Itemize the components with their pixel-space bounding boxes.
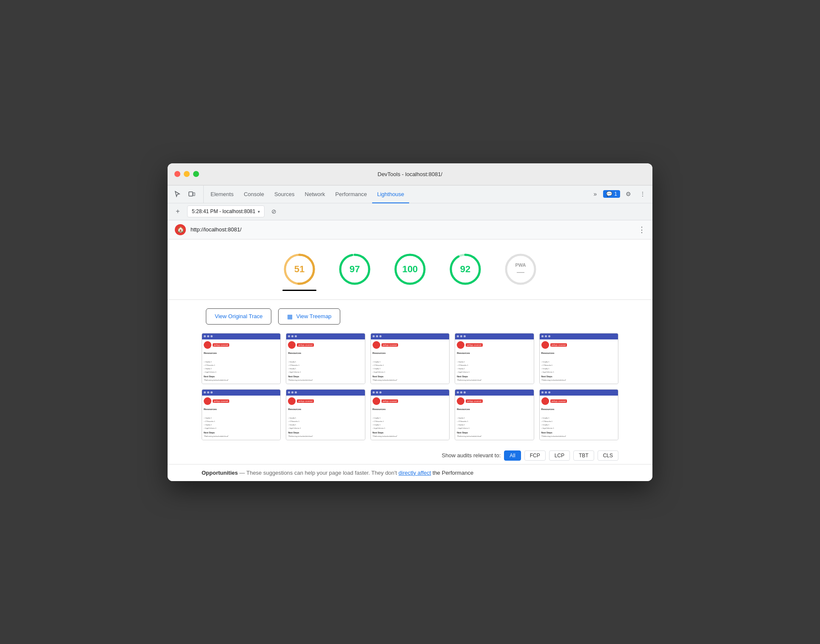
score-value-bestpractices: 100 (402, 264, 418, 275)
maximize-button[interactable] (193, 171, 199, 177)
tab-left-icons (171, 185, 204, 203)
lighthouse-logo: 🏠 (174, 224, 186, 236)
filter-lcp-button[interactable]: LCP (549, 450, 570, 461)
cursor-icon (174, 191, 181, 197)
filter-all-button[interactable]: All (504, 450, 521, 461)
pwa-dash: — (515, 267, 526, 276)
score-accessibility: 97 (338, 252, 372, 291)
window-controls (174, 171, 199, 177)
score-value-performance: 51 (294, 264, 305, 275)
notification-badge[interactable]: 💬 1 (603, 190, 620, 198)
window-title: DevTools - localhost:8081/ (378, 171, 442, 177)
tab-lighthouse[interactable]: Lighthouse (372, 186, 410, 203)
device-toggle-button[interactable] (185, 188, 198, 200)
svg-rect-1 (193, 193, 195, 196)
svg-text:🏠: 🏠 (177, 226, 185, 233)
screenshot-thumb-8: jetApp covered Resources ○ Ineptly 1 ○ C… (370, 389, 450, 440)
devtools-more-button[interactable]: ⋮ (636, 188, 649, 200)
add-tab-button[interactable]: + (172, 205, 184, 217)
opportunities-suffix: the Performance (433, 470, 473, 476)
pwa-label: PWA (515, 262, 526, 267)
screenshot-thumb-4: jetApp covered Resources ○ Ineptly 1 ○ C… (455, 333, 534, 384)
lighthouse-url: http://localhost:8081/ (191, 226, 634, 233)
minimize-button[interactable] (184, 171, 190, 177)
screenshot-thumb-3: jetApp covered Resources ○ Ineptly 1 ○ C… (370, 333, 450, 384)
tab-sources[interactable]: Sources (269, 186, 300, 203)
score-pwa: PWA — (504, 252, 538, 291)
scores-section: 51 97 (168, 239, 652, 300)
address-bar: + 5:28:41 PM - localhost:8081 ▾ ⊘ (168, 203, 652, 220)
score-value-accessibility: 97 (350, 264, 360, 275)
score-performance: 51 (282, 252, 316, 291)
screenshot-thumb-2: jetApp covered Resources ○ Ineptly 1 ○ C… (286, 333, 365, 384)
screenshot-thumb-1: jetApp covered Resources ○ Ineptly 1 ○ C… (202, 333, 281, 384)
view-treemap-button[interactable]: ▦ View Treemap (278, 308, 340, 325)
tab-performance[interactable]: Performance (330, 186, 372, 203)
tab-console[interactable]: Console (239, 186, 269, 203)
block-icon-button[interactable]: ⊘ (268, 205, 280, 217)
opportunities-desc: — These suggestions can help your page l… (239, 470, 399, 476)
screenshot-thumb-5: jetApp covered Resources ○ Ineptly 1 ○ C… (539, 333, 618, 384)
titlebar: DevTools - localhost:8081/ (168, 163, 652, 185)
close-button[interactable] (174, 171, 180, 177)
score-circle-performance: 51 (282, 252, 316, 286)
audit-filter-label: Show audits relevant to: (442, 452, 501, 459)
lighthouse-url-bar: 🏠 http://localhost:8081/ ⋮ (168, 220, 652, 239)
cursor-tool-button[interactable] (171, 188, 184, 200)
score-circle-bestpractices: 100 (393, 252, 427, 286)
directly-affect-link[interactable]: directly affect (399, 470, 431, 476)
devtools-window: DevTools - localhost:8081/ Elements Cons… (168, 163, 652, 481)
opportunities-section: Opportunities — These suggestions can he… (168, 464, 652, 481)
more-tabs-button[interactable]: » (589, 188, 601, 200)
score-underline (282, 290, 316, 291)
device-icon (188, 191, 195, 197)
filter-cls-button[interactable]: CLS (598, 450, 618, 461)
treemap-icon: ▦ (287, 313, 293, 320)
score-value-seo: 92 (460, 264, 470, 275)
view-original-trace-button[interactable]: View Original Trace (206, 308, 271, 325)
screenshot-thumb-10: jetApp covered Resources ○ Ineptly 1 ○ C… (539, 389, 618, 440)
action-buttons: View Original Trace ▦ View Treemap (168, 300, 652, 333)
svg-rect-0 (189, 192, 193, 196)
filter-tbt-button[interactable]: TBT (573, 450, 594, 461)
opportunities-heading: Opportunities (202, 470, 238, 476)
screenshot-thumb-7: jetApp covered Resources ○ Ineptly 1 ○ C… (286, 389, 365, 440)
chat-icon: 💬 (606, 191, 612, 197)
address-field[interactable]: 5:28:41 PM - localhost:8081 ▾ (187, 205, 265, 217)
screenshot-thumb-9: jetApp covered Resources ○ Ineptly 1 ○ C… (455, 389, 534, 440)
score-seo: 92 (448, 252, 482, 291)
score-circle-pwa: PWA — (504, 252, 538, 286)
settings-button[interactable]: ⚙ (622, 188, 635, 200)
devtools-content: 🏠 http://localhost:8081/ ⋮ 51 (168, 220, 652, 481)
devtools-tab-bar: Elements Console Sources Network Perform… (168, 185, 652, 203)
screenshot-thumb-6: jetApp covered Resources ○ Ineptly 1 ○ C… (202, 389, 281, 440)
score-circle-seo: 92 (448, 252, 482, 286)
dropdown-icon: ▾ (258, 209, 260, 214)
lighthouse-more-button[interactable]: ⋮ (638, 225, 646, 234)
audit-filter: Show audits relevant to: All FCP LCP TBT… (168, 447, 652, 464)
score-circle-accessibility: 97 (338, 252, 372, 286)
tab-elements[interactable]: Elements (205, 186, 239, 203)
score-bestpractices: 100 (393, 252, 427, 291)
block-icon: ⊘ (271, 208, 276, 215)
screenshots-grid: jetApp covered Resources ○ Ineptly 1 ○ C… (168, 333, 652, 447)
tab-right-icons: » 💬 1 ⚙ ⋮ (589, 185, 649, 203)
tab-network[interactable]: Network (300, 186, 330, 203)
filter-fcp-button[interactable]: FCP (524, 450, 546, 461)
